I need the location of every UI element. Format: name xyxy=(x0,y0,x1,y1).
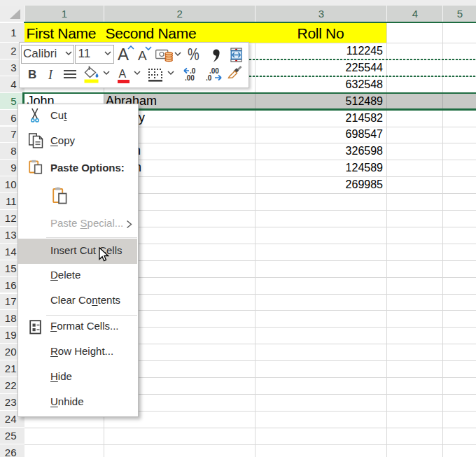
svg-text:.00: .00 xyxy=(185,74,195,81)
svg-text:.0: .0 xyxy=(206,74,212,81)
